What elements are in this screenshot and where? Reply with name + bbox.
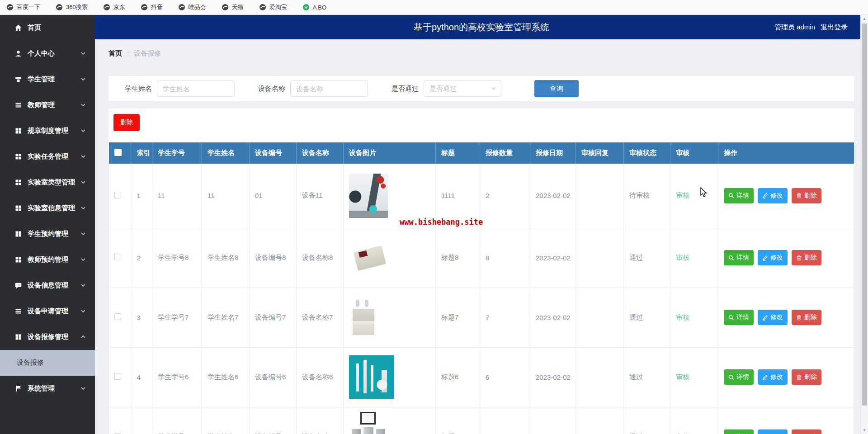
row-checkbox[interactable] (114, 254, 121, 260)
bookmark-item[interactable]: 百度一下 (6, 3, 40, 11)
cell-review: 审核 (670, 228, 718, 288)
select-all-checkbox[interactable] (114, 149, 122, 156)
cell-date: 2023-02-02 (530, 228, 576, 288)
globe-icon (56, 4, 63, 11)
scrollbar-thumb[interactable] (862, 24, 867, 406)
edit-button[interactable]: 修改 (758, 310, 788, 325)
sidebar-item-label: 首页 (28, 24, 41, 32)
bookmarks-bar: 百度一下360搜索京东抖音唯品会天猫爱淘宝A BO (0, 0, 868, 15)
bookmark-label: 爱淘宝 (269, 3, 287, 11)
row-checkbox[interactable] (114, 192, 121, 198)
chevron-down-icon (80, 385, 86, 393)
magnifier-icon (728, 315, 734, 321)
bookmark-item[interactable]: 360搜索 (56, 3, 88, 11)
sidebar-item-教师预约管理[interactable]: 教师预约管理 (0, 247, 95, 273)
cell-title: 标题6 (435, 347, 480, 407)
review-link[interactable]: 审核 (676, 254, 689, 261)
detail-button[interactable]: 详情 (724, 310, 754, 325)
device-name-input[interactable] (290, 80, 368, 97)
row-checkbox[interactable] (114, 313, 121, 320)
cell-index: 5 (131, 407, 152, 434)
edit-button[interactable]: 修改 (758, 250, 788, 265)
review-link[interactable]: 审核 (676, 373, 689, 381)
pencil-icon (762, 315, 768, 321)
bookmark-item[interactable]: 京东 (103, 3, 125, 11)
bookmark-label: A BO (313, 4, 326, 11)
cell-device-no: 设备编号8 (249, 228, 296, 288)
sidebar-subitem-设备报修[interactable]: 设备报修 (0, 350, 95, 376)
sidebar-item-实验室类型管理[interactable]: 实验室类型管理 (0, 170, 95, 195)
detail-button-label: 详情 (736, 254, 749, 262)
cell-review-reply (576, 164, 623, 228)
query-button[interactable]: 查询 (534, 80, 579, 97)
edit-button[interactable]: 修改 (758, 188, 788, 203)
trash-icon (796, 374, 802, 380)
detail-button[interactable]: 详情 (724, 429, 754, 434)
grid-icon (14, 179, 22, 186)
edit-button[interactable]: 修改 (758, 429, 788, 434)
pass-filter-select[interactable]: 是否通过 (424, 80, 501, 97)
sidebar-item-教师管理[interactable]: 教师管理 (0, 92, 95, 118)
cell-device-name: 设备名称6 (296, 347, 343, 407)
review-link[interactable]: 审核 (676, 313, 689, 321)
cell-student-no: 学生学号6 (152, 347, 202, 407)
bookmark-item[interactable]: 唯品会 (178, 3, 206, 11)
sidebar-item-实验室信息管理[interactable]: 实验室信息管理 (0, 195, 95, 221)
cell-review-status: 通过 (623, 288, 670, 347)
column-header-索引: 索引 (131, 142, 152, 164)
table-header-row: 索引学生学号学生姓名设备编号设备名称设备图片标题报修数量报修日期审核回复审核状态… (109, 142, 854, 164)
bookmark-item[interactable]: 爱淘宝 (259, 3, 287, 11)
cell-quantity: 7 (480, 288, 530, 347)
sidebar-item-学生预约管理[interactable]: 学生预约管理 (0, 221, 95, 247)
detail-button[interactable]: 详情 (724, 188, 754, 203)
chevron-down-icon (80, 153, 86, 161)
review-link[interactable]: 审核 (676, 191, 689, 199)
detail-button[interactable]: 详情 (724, 250, 754, 265)
page-scrollbar[interactable]: ▲ ▼ (860, 15, 868, 434)
delete-selected-button[interactable]: 删除 (113, 114, 140, 131)
cell-date: 2023-02-02 (530, 164, 576, 228)
device-image (349, 296, 378, 339)
delete-button-label: 删除 (804, 192, 817, 200)
row-checkbox[interactable] (114, 373, 121, 380)
logout-link[interactable]: 退出登录 (821, 23, 848, 32)
delete-button[interactable]: 删除 (792, 429, 821, 434)
magnifier-icon (728, 255, 734, 261)
cell-quantity: 6 (480, 347, 530, 407)
student-name-input[interactable] (157, 80, 235, 97)
bookmark-item[interactable]: A BO (302, 4, 326, 11)
device-image (349, 174, 388, 218)
sidebar-item-规章制度管理[interactable]: 规章制度管理 (0, 118, 95, 144)
pencil-icon (762, 193, 768, 198)
cell-device-no: 设备编号6 (249, 347, 296, 407)
pass-filter-placeholder: 是否通过 (429, 85, 491, 93)
chevron-down-icon (80, 75, 86, 84)
sidebar-item-学生管理[interactable]: 学生管理 (0, 66, 95, 92)
sidebar-item-个人中心[interactable]: 个人中心 (0, 41, 95, 66)
sidebar-item-设备申请管理[interactable]: 设备申请管理 (0, 298, 95, 324)
detail-button[interactable]: 详情 (724, 369, 754, 385)
list-icon (14, 307, 22, 315)
detail-button-label: 详情 (736, 313, 749, 321)
cell-title: 标题8 (435, 228, 480, 288)
sidebar-item-实验任务管理[interactable]: 实验任务管理 (0, 144, 95, 170)
sidebar-item-首页[interactable]: 首页 (0, 15, 95, 41)
sidebar-item-设备报修管理[interactable]: 设备报修管理 (0, 324, 95, 350)
scrollbar-down-arrow-icon[interactable]: ▼ (861, 426, 868, 434)
delete-button[interactable]: 删除 (792, 188, 821, 203)
sidebar-item-系统管理[interactable]: 系统管理 (0, 376, 95, 401)
edit-button[interactable]: 修改 (758, 369, 788, 385)
breadcrumb-home[interactable]: 首页 (108, 49, 122, 58)
bookmark-item[interactable]: 天猫 (222, 3, 244, 11)
bookmark-item[interactable]: 抖音 (141, 3, 163, 11)
trash-icon (796, 315, 802, 321)
delete-button[interactable]: 删除 (792, 369, 821, 385)
scrollbar-up-arrow-icon[interactable]: ▲ (861, 15, 868, 23)
delete-button[interactable]: 删除 (792, 250, 821, 265)
edit-button-label: 修改 (770, 192, 783, 200)
sidebar-item-设备信息管理[interactable]: 设备信息管理 (0, 273, 95, 298)
delete-button[interactable]: 删除 (792, 310, 821, 325)
pencil-icon (762, 374, 768, 380)
cell-device-name: 设备名称8 (296, 228, 343, 288)
sidebar-item-label: 设备申请管理 (28, 307, 68, 316)
